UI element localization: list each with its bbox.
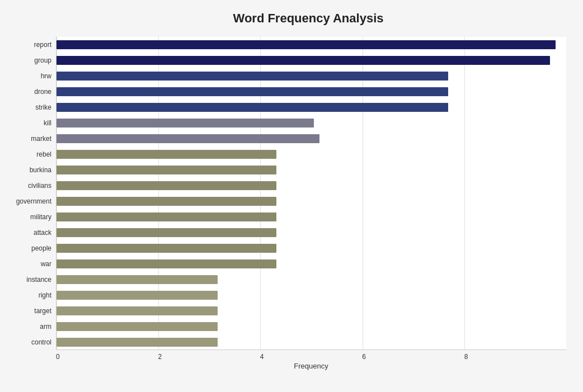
bar xyxy=(57,291,218,300)
bar-row xyxy=(57,303,566,319)
bar xyxy=(57,72,448,81)
y-label: hrw xyxy=(6,68,56,84)
bar-row xyxy=(57,272,566,287)
bar xyxy=(57,56,550,65)
bar-row xyxy=(57,131,566,147)
x-tick-label: 0 xyxy=(56,353,158,361)
y-label: attack xyxy=(6,225,56,240)
bar-row xyxy=(57,225,566,240)
y-label: rebel xyxy=(6,147,56,162)
bar xyxy=(57,87,448,97)
y-label: government xyxy=(6,193,56,209)
chart-title: Word Frequency Analysis xyxy=(6,11,566,26)
bar-row xyxy=(57,240,566,256)
bars-section: reportgrouphrwdronestrikekillmarketrebel… xyxy=(6,37,566,350)
plot-area xyxy=(56,37,566,350)
bar-row xyxy=(57,53,566,68)
bar-row xyxy=(57,115,566,131)
y-label: control xyxy=(6,334,56,350)
bar xyxy=(57,275,218,285)
bars-rows xyxy=(57,37,566,350)
bar-row xyxy=(57,100,566,115)
y-labels: reportgrouphrwdronestrikekillmarketrebel… xyxy=(6,37,56,350)
x-tick-label: 6 xyxy=(362,353,464,361)
bar xyxy=(57,306,218,316)
bar xyxy=(57,197,276,206)
bar xyxy=(57,212,276,222)
x-tick-label: 4 xyxy=(260,353,362,361)
bar-row xyxy=(57,68,566,84)
bar-row xyxy=(57,147,566,162)
chart-area: reportgrouphrwdronestrikekillmarketrebel… xyxy=(6,37,566,351)
y-label: instance xyxy=(6,272,56,287)
bar xyxy=(57,150,276,159)
y-label: right xyxy=(6,287,56,303)
y-label: war xyxy=(6,256,56,272)
x-axis-title: Frequency xyxy=(6,362,566,370)
y-label: group xyxy=(6,53,56,68)
x-axis-labels: 02468 xyxy=(6,350,566,361)
bar-row xyxy=(57,319,566,334)
bar xyxy=(57,134,319,144)
bar xyxy=(57,338,218,347)
bar-row xyxy=(57,84,566,100)
bar xyxy=(57,119,314,128)
y-label: kill xyxy=(6,115,56,131)
bar xyxy=(57,244,276,253)
bar-row xyxy=(57,193,566,209)
y-label: civilians xyxy=(6,178,56,193)
y-label: report xyxy=(6,37,56,53)
bar-row xyxy=(57,287,566,303)
bar xyxy=(57,228,276,238)
bar xyxy=(57,103,448,112)
y-label: burkina xyxy=(6,162,56,178)
y-label: target xyxy=(6,303,56,319)
bar-row xyxy=(57,256,566,272)
bar-row xyxy=(57,209,566,225)
bar-row xyxy=(57,178,566,193)
bar-row xyxy=(57,334,566,350)
y-label: people xyxy=(6,240,56,256)
bar xyxy=(57,259,276,269)
bar xyxy=(57,40,556,50)
y-label: drone xyxy=(6,84,56,100)
chart-container: Word Frequency Analysis reportgrouphrwdr… xyxy=(0,0,583,392)
bar-row xyxy=(57,37,566,53)
y-label: market xyxy=(6,131,56,147)
y-label: strike xyxy=(6,100,56,115)
y-label: military xyxy=(6,209,56,225)
bar xyxy=(57,181,276,191)
y-label: arm xyxy=(6,319,56,334)
bar xyxy=(57,322,218,332)
bar xyxy=(57,166,276,175)
bar-row xyxy=(57,162,566,178)
x-tick-label: 2 xyxy=(158,353,260,361)
x-tick-label: 8 xyxy=(464,353,566,361)
